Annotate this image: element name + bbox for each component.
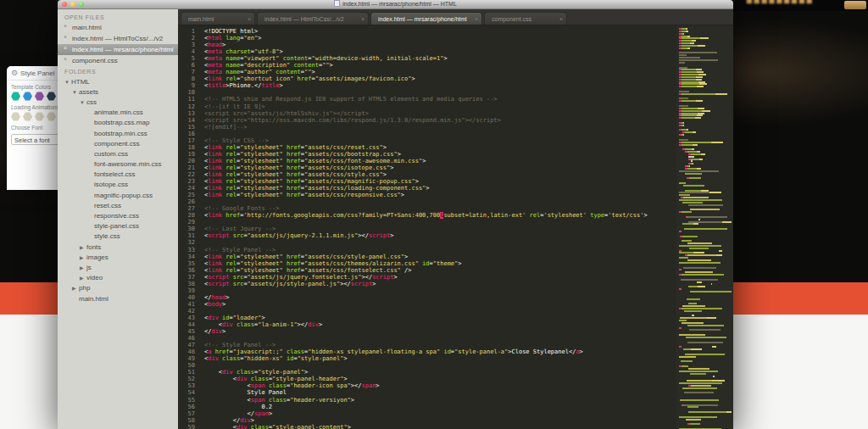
tree-file-item[interactable]: style.css <box>58 231 178 242</box>
minimap[interactable] <box>676 25 733 429</box>
open-file-item[interactable]: ×index.html — mrsarac/phone/html <box>58 44 178 55</box>
tree-folder-item[interactable]: ▶fonts <box>58 242 178 252</box>
minimap-row <box>679 356 732 358</box>
minimap-row <box>679 185 732 187</box>
minimap-row <box>679 131 732 133</box>
close-file-icon[interactable]: × <box>64 45 67 51</box>
minimap-row <box>679 390 732 392</box>
tree-file-item[interactable]: main.html <box>58 293 178 304</box>
tree-file-item[interactable]: bootstrap.css.map <box>58 118 178 128</box>
minimap-row <box>679 108 732 109</box>
tree-file-item[interactable]: bootstrap.min.css <box>58 128 178 138</box>
tree-file-item[interactable]: isotope.css <box>58 180 178 190</box>
minimap-row <box>679 414 732 415</box>
chevron-down-icon[interactable]: ▼ <box>72 90 79 95</box>
chevron-right-icon[interactable]: ▶ <box>80 265 86 270</box>
minimap-row <box>679 28 732 30</box>
minimap-row <box>679 36 732 37</box>
tab-close-icon[interactable]: × <box>475 13 478 25</box>
tree-file-item[interactable]: animate.min.css <box>58 108 178 118</box>
editor-tab[interactable]: index.html — mrsarac/phone/html× <box>370 12 482 25</box>
minimap-row <box>679 114 732 116</box>
minimap-row <box>679 98 732 99</box>
chevron-right-icon[interactable]: ▶ <box>80 244 86 250</box>
loading-animation-hex-swatch[interactable] <box>23 112 32 121</box>
minimap-row <box>679 192 732 193</box>
minimap-row <box>679 223 732 225</box>
minimap-row <box>679 160 732 162</box>
code-area[interactable]: 1234567891011121314151617181920212223242… <box>178 25 733 429</box>
editor-tab[interactable]: main.html× <box>181 12 255 25</box>
tree-file-item[interactable]: magnific-popup.css <box>58 190 178 200</box>
tree-file-item[interactable]: style-panel.css <box>58 221 178 231</box>
minimap-row <box>679 231 732 232</box>
minimap-row <box>679 406 732 408</box>
minimap-row <box>679 296 732 298</box>
background-nav-button <box>844 1 866 9</box>
minimap-row <box>679 202 732 203</box>
tree-folder-item[interactable]: ▼assets <box>58 86 178 97</box>
template-color-hex-swatch[interactable] <box>35 92 44 101</box>
tree-item-label: images <box>86 254 108 261</box>
minimap-row <box>679 219 732 220</box>
template-color-hex-swatch[interactable] <box>47 92 56 101</box>
minimap-row <box>679 190 732 192</box>
loading-animation-hex-swatch[interactable] <box>47 112 56 121</box>
chevron-right-icon[interactable]: ▶ <box>80 254 86 260</box>
tree-folder-item[interactable]: ▶images <box>58 252 178 262</box>
loading-animation-hex-swatch[interactable] <box>11 112 20 121</box>
chevron-right-icon[interactable]: ▶ <box>80 275 86 281</box>
tree-folder-item[interactable]: ▶video <box>58 273 178 283</box>
loading-animation-hex-swatch[interactable] <box>35 112 44 121</box>
minimap-row <box>679 182 732 184</box>
tree-folder-item[interactable]: ▼HTML <box>58 76 178 86</box>
tree-item-label: video <box>86 274 103 281</box>
minimap-row <box>679 177 732 179</box>
close-file-icon[interactable]: × <box>64 23 67 29</box>
window-title: index.html — mrsarac/phone/html — HTML <box>58 0 733 8</box>
chevron-right-icon[interactable]: ▶ <box>72 285 79 291</box>
minimap-row <box>679 344 732 346</box>
chevron-down-icon[interactable]: ▼ <box>80 100 86 105</box>
file-sidebar: OPEN FILES ×main.html×index.html — HtmlT… <box>58 9 178 429</box>
tree-file-item[interactable]: responsive.css <box>58 210 178 220</box>
tab-close-icon[interactable]: × <box>559 13 563 25</box>
tab-close-icon[interactable]: × <box>361 13 364 25</box>
minimap-row <box>679 199 732 201</box>
close-file-icon[interactable]: × <box>64 34 67 40</box>
template-color-hex-swatch[interactable] <box>23 92 32 101</box>
minimap-row <box>679 288 732 290</box>
minimap-row <box>679 416 732 418</box>
screen: ■■■■■■■■■ ⚙ Style Panel Template Colors … <box>0 0 868 429</box>
chevron-down-icon[interactable]: ▼ <box>64 80 71 85</box>
tab-label: index.html — mrsarac/phone/html <box>378 16 467 22</box>
tree-file-item[interactable]: custom.css <box>58 148 178 159</box>
open-file-item[interactable]: ×component.css <box>58 55 178 66</box>
tree-item-label: php <box>79 284 90 292</box>
editor-tab[interactable]: index.html — HtmlToCss/.../v2× <box>257 12 369 25</box>
tab-close-icon[interactable]: × <box>248 13 251 25</box>
close-file-icon[interactable]: × <box>64 56 67 62</box>
open-file-item[interactable]: ×index.html — HtmlToCss/.../v2 <box>58 33 178 44</box>
minimap-row <box>679 74 732 75</box>
tree-file-item[interactable]: fontselect.css <box>58 170 178 180</box>
minimap-row <box>679 262 732 264</box>
tree-folder-item[interactable]: ▶php <box>58 283 178 293</box>
tree-file-item[interactable]: font-awesome.min.css <box>58 159 178 170</box>
minimap-row <box>679 409 732 410</box>
minimap-row <box>679 194 732 196</box>
tree-item-label: reset.css <box>94 202 121 209</box>
tree-file-item[interactable]: component.css <box>58 138 178 148</box>
minimap-row <box>679 180 732 181</box>
code-pane[interactable]: <!DOCTYPE html> <html lang="en"> <head> … <box>199 25 676 429</box>
minimap-row <box>679 339 732 341</box>
tree-item-label: magnific-popup.css <box>94 192 153 199</box>
open-file-item[interactable]: ×main.html <box>58 22 178 33</box>
minimap-row <box>679 142 732 143</box>
editor-tab[interactable]: component.css× <box>484 12 567 25</box>
tree-folder-item[interactable]: ▶js <box>58 262 178 272</box>
tree-folder-item[interactable]: ▼css <box>58 97 178 107</box>
template-color-hex-swatch[interactable] <box>11 92 20 101</box>
font-select-box[interactable]: Select a font <box>11 134 59 145</box>
tree-file-item[interactable]: reset.css <box>58 200 178 210</box>
